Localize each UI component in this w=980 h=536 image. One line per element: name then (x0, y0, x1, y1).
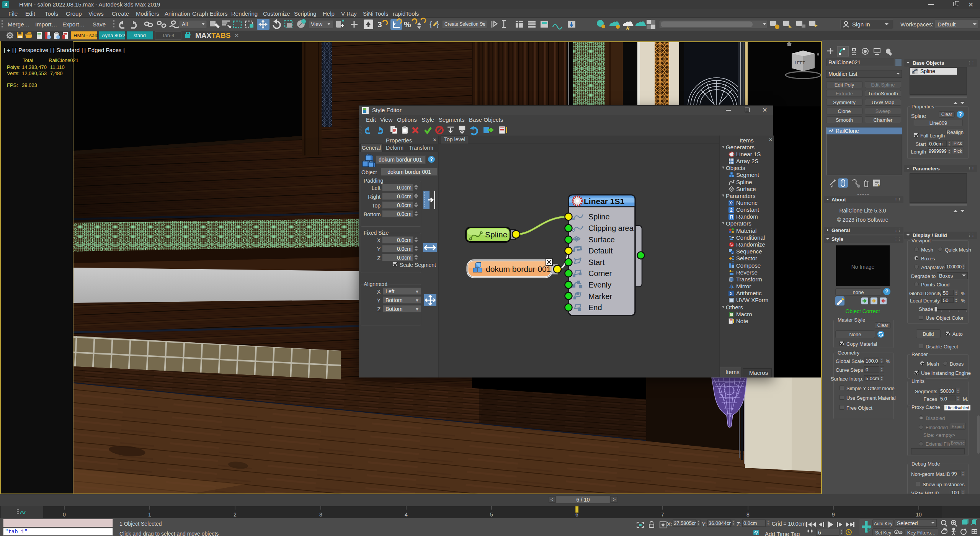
svg-text:8: 8 (746, 511, 750, 518)
svg-text:{}: {} (730, 313, 733, 316)
svg-text:X²: X² (729, 201, 733, 205)
svg-text:Σ: Σ (730, 291, 732, 296)
svg-text:All: All (182, 21, 188, 27)
svg-text:Clipping area: Clipping area (588, 224, 634, 232)
svg-text:3: 3 (319, 511, 322, 518)
svg-text:FPS:: FPS: (7, 82, 18, 88)
svg-text:Default: Default (588, 247, 613, 255)
svg-text:Corner: Corner (588, 269, 612, 278)
svg-text:End: End (588, 303, 602, 312)
svg-text:[ + ] [ Perspective ] [ Standa: [ + ] [ Perspective ] [ Standard ] [ Edg… (4, 47, 125, 53)
svg-text:14,383,470: 14,383,470 (22, 64, 47, 70)
svg-text:Polys:: Polys: (7, 64, 20, 70)
svg-text:12,080,553: 12,080,553 (22, 70, 47, 76)
svg-text:Verts:: Verts: (7, 70, 20, 76)
svg-text:Spline: Spline (588, 212, 610, 221)
svg-text:Total: Total (23, 57, 33, 63)
svg-text:10: 10 (916, 511, 922, 518)
svg-text:%: % (404, 20, 411, 29)
svg-text:MAXTABS: MAXTABS (195, 31, 231, 39)
svg-text:View: View (311, 21, 323, 27)
svg-text:6: 6 (575, 511, 578, 518)
svg-text:{: { (430, 20, 432, 28)
svg-text:5: 5 (490, 511, 493, 518)
svg-text:4: 4 (405, 511, 408, 518)
svg-text:2: 2 (234, 511, 237, 518)
svg-text:3: 3 (377, 20, 382, 29)
svg-text:9: 9 (832, 511, 835, 518)
svg-text:Ayna 80x2: Ayna 80x2 (102, 33, 125, 38)
svg-text:7,480: 7,480 (50, 70, 63, 76)
svg-text:Tab-4: Tab-4 (162, 33, 175, 38)
svg-text:}: } (436, 20, 439, 28)
svg-text:11,110: 11,110 (50, 64, 65, 70)
svg-text:0: 0 (63, 511, 66, 518)
svg-text:39.023: 39.023 (22, 82, 37, 88)
svg-text:1: 1 (148, 511, 151, 518)
svg-text:Start: Start (588, 258, 605, 266)
svg-text:LEFT: LEFT (795, 60, 805, 65)
svg-text:Evenly: Evenly (588, 281, 611, 289)
svg-text:RailClone021: RailClone021 (49, 57, 78, 63)
svg-text:dokum bordur 001: dokum bordur 001 (486, 265, 551, 273)
svg-text:R: R (730, 214, 733, 220)
svg-text:Surface: Surface (588, 235, 615, 244)
svg-text:2: 2 (732, 252, 733, 254)
svg-text:Marker: Marker (588, 292, 612, 301)
svg-text:✕: ✕ (234, 32, 239, 39)
svg-text:Create Selection Se: Create Selection Se (444, 21, 485, 27)
svg-text:Spline: Spline (485, 230, 507, 239)
svg-text:stand: stand (134, 33, 146, 38)
svg-text:HMN - salo: HMN - salo (74, 33, 98, 38)
svg-text:7: 7 (661, 511, 664, 518)
svg-text:Linear 1S1: Linear 1S1 (584, 197, 625, 206)
svg-text:2: 2 (730, 208, 733, 213)
